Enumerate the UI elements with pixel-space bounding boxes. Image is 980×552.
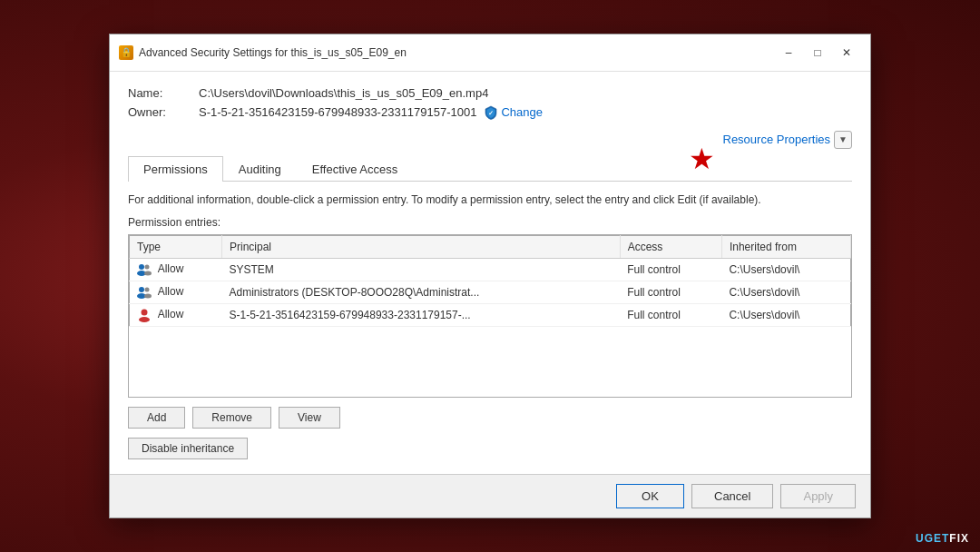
watermark: UGETFIX: [916, 532, 969, 545]
remove-button[interactable]: Remove: [192, 407, 271, 429]
table-body: Allow SYSTEM Full control C:\Users\dovil…: [130, 259, 851, 327]
inheritance-section: Disable inheritance: [128, 438, 852, 459]
owner-label: Owner:: [128, 105, 191, 120]
change-label: Change: [501, 105, 543, 119]
row3-type: Allow: [130, 304, 222, 327]
add-button[interactable]: Add: [128, 407, 185, 429]
col-type: Type: [130, 236, 222, 259]
view-button[interactable]: View: [279, 407, 340, 429]
apply-button[interactable]: Apply: [780, 484, 856, 508]
title-controls: – □ ✕: [776, 44, 859, 62]
tab-bar: Permissions Auditing Effective Access: [128, 156, 852, 182]
disable-inheritance-button[interactable]: Disable inheritance: [128, 438, 248, 459]
advanced-security-dialog: 🔒 Advanced Security Settings for this_is…: [109, 34, 871, 519]
row2-principal: Administrators (DESKTOP-8OOO28Q\Administ…: [221, 281, 620, 304]
change-link[interactable]: ✓ Change: [484, 105, 543, 120]
row1-principal: SYSTEM: [221, 259, 620, 281]
svg-point-10: [139, 317, 150, 322]
svg-point-1: [139, 264, 144, 270]
owner-row: S-1-5-21-3516423159-679948933-2331179157…: [199, 105, 852, 120]
owner-value: S-1-5-21-3516423159-679948933-2331179157…: [199, 105, 476, 119]
svg-point-5: [139, 287, 144, 292]
title-bar: 🔒 Advanced Security Settings for this_is…: [110, 34, 870, 72]
row2-access: Full control: [620, 281, 721, 304]
user-group-icon: [137, 285, 152, 300]
name-label: Name:: [128, 86, 191, 100]
col-access: Access: [620, 236, 721, 259]
minimize-button[interactable]: –: [776, 44, 801, 62]
row1-type: Allow: [130, 259, 222, 281]
resource-properties-link[interactable]: Resource Properties ▼: [128, 131, 852, 149]
row2-type: Allow: [130, 281, 222, 304]
table-action-buttons: Add Remove View: [128, 407, 852, 429]
table-header: Type Principal Access Inherited from: [130, 236, 851, 259]
col-principal: Principal: [221, 236, 620, 259]
cancel-button[interactable]: Cancel: [691, 484, 773, 508]
permissions-table-wrapper: Type Principal Access Inherited from: [128, 234, 852, 398]
tab-auditing[interactable]: Auditing: [223, 156, 297, 182]
row1-access: Full control: [620, 259, 721, 281]
resource-props-chevron: ▼: [834, 131, 852, 149]
dialog-body: Name: C:\Users\dovil\Downloads\this_is_u…: [110, 72, 870, 475]
dialog-title: Advanced Security Settings for this_is_u…: [139, 46, 407, 59]
tab-effective-access[interactable]: Effective Access: [297, 156, 413, 182]
ok-button[interactable]: OK: [616, 484, 684, 508]
svg-point-8: [144, 294, 152, 299]
svg-point-9: [142, 310, 148, 316]
svg-point-4: [144, 271, 152, 276]
dialog-footer: OK Cancel Apply: [110, 474, 870, 518]
table-row[interactable]: Allow S-1-5-21-3516423159-679948933-2331…: [130, 304, 851, 327]
tab-permissions[interactable]: Permissions: [128, 156, 223, 182]
maximize-button[interactable]: □: [805, 44, 830, 62]
row3-principal: S-1-5-21-3516423159-679948933-2331179157…: [221, 304, 620, 327]
col-inherited: Inherited from: [721, 236, 850, 259]
title-bar-left: 🔒 Advanced Security Settings for this_is…: [119, 45, 407, 60]
permissions-table: Type Principal Access Inherited from: [129, 235, 851, 327]
shield-icon: ✓: [484, 105, 498, 120]
name-value: C:\Users\dovil\Downloads\this_is_us_s05_…: [199, 86, 852, 100]
permission-entries-label: Permission entries:: [128, 216, 852, 229]
svg-point-7: [145, 288, 150, 292]
user-group-icon: [137, 262, 152, 277]
description-text: For additional information, double-click…: [128, 192, 852, 208]
row3-access: Full control: [620, 304, 721, 327]
close-button[interactable]: ✕: [834, 44, 859, 62]
dialog-icon: 🔒: [119, 45, 133, 60]
watermark-suffix: FIX: [949, 532, 969, 545]
row3-inherited: C:\Users\dovil\: [721, 304, 850, 327]
table-row[interactable]: Allow Administrators (DESKTOP-8OOO28Q\Ad…: [130, 281, 851, 304]
resource-props-label: Resource Properties: [723, 133, 831, 146]
row1-inherited: C:\Users\dovil\: [721, 259, 850, 281]
svg-point-3: [145, 265, 150, 270]
svg-text:✓: ✓: [488, 110, 494, 116]
table-row[interactable]: Allow SYSTEM Full control C:\Users\dovil…: [130, 259, 851, 281]
row2-inherited: C:\Users\dovil\: [721, 281, 850, 304]
watermark-prefix: UGET: [916, 532, 949, 545]
user-icon: [137, 308, 152, 322]
info-grid: Name: C:\Users\dovil\Downloads\this_is_u…: [128, 86, 852, 120]
